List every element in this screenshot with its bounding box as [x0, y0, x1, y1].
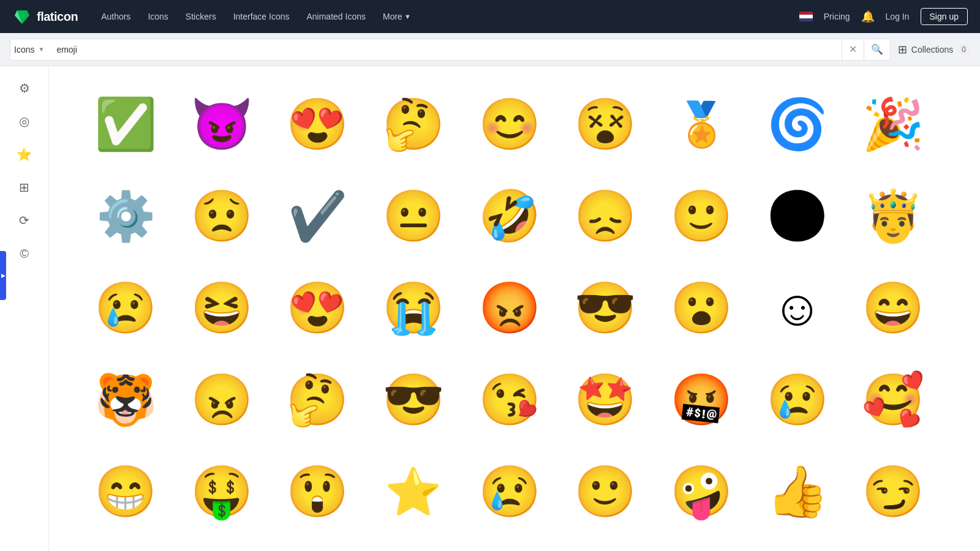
emoji-starstruck[interactable]: 🤩 [565, 360, 645, 440]
sidebar-collapse-tab[interactable]: ▶ [0, 251, 6, 300]
emoji-smile-simple-outline[interactable]: ☺️ [758, 268, 837, 348]
search-input[interactable] [56, 45, 835, 54]
collections-label: Collections [911, 45, 953, 54]
search-style-icon: ◎ [19, 114, 29, 129]
emoji-angry-face-red[interactable]: 😠 [182, 360, 262, 440]
emoji-sad-outline-2[interactable]: 😢 [470, 452, 549, 531]
collections-grid-icon: ⊞ [898, 43, 907, 56]
nav-right: Pricing 🔔 Log In Sign up [799, 8, 968, 25]
chevron-down-icon: ▼ [404, 13, 411, 20]
emoji-thinking-2[interactable]: 🤔 [277, 360, 357, 440]
search-submit-button[interactable]: 🔍 [864, 39, 891, 61]
refresh-icon: ⟳ [19, 213, 29, 228]
search-type-chevron-icon: ▼ [38, 46, 44, 53]
emoji-tiger[interactable]: 🐯 [86, 360, 165, 440]
chevron-right-icon: ▶ [0, 251, 6, 300]
emoji-king-fire[interactable]: 🤴 [853, 176, 933, 256]
emoji-cool-sunglasses[interactable]: 😎 [374, 360, 453, 440]
search-type-label: Icons [14, 45, 34, 54]
emoji-verified-teal[interactable]: ✔️ [277, 176, 357, 256]
emoji-hugging[interactable]: 🥰 [853, 360, 933, 440]
emoji-frown-outline[interactable]: 😞 [565, 176, 645, 256]
sidebar-item-license[interactable]: © [9, 238, 40, 269]
emoji-sad-yellow[interactable]: 😟 [182, 176, 262, 256]
sidebar-item-packs[interactable]: ⊞ [9, 171, 40, 203]
emoji-money-face[interactable]: 🤑 [182, 452, 262, 531]
emoji-heart-eyes-2[interactable]: 😍 [277, 268, 357, 348]
emoji-happy-grin[interactable]: 😁 [86, 452, 165, 531]
emoji-verified-blue[interactable]: ✅ [86, 84, 165, 164]
star-icon: ⭐ [17, 147, 32, 162]
emoji-happy-outline[interactable]: 😊 [470, 84, 549, 164]
grid-icon: ⊞ [19, 180, 29, 195]
emoji-laughing[interactable]: 😆 [182, 268, 262, 348]
icon-grid: ✅ 😈 😍 🤔 😊 😵 🏅 🌀 🎉 ⚙️ 😟 ✔️ 😐 🤣 😞 🙂 😀 🤴 😢 … [49, 66, 980, 550]
emoji-thumbs-up-blue[interactable]: 👍 [758, 452, 837, 531]
emoji-smirk-dark[interactable]: 😏 [853, 452, 933, 531]
search-bar: Icons ▼ ✕ 🔍 ⊞ Collections 0 [0, 33, 980, 66]
language-flag[interactable] [799, 12, 813, 21]
collections-count: 0 [957, 45, 970, 54]
sidebar-item-search[interactable]: ◎ [9, 105, 40, 137]
emoji-sad-outline[interactable]: 😢 [86, 268, 165, 348]
search-input-wrap [50, 39, 841, 61]
notifications-bell-icon[interactable]: 🔔 [861, 10, 875, 23]
search-icon: 🔍 [871, 43, 883, 55]
search-type-selector[interactable]: Icons ▼ [10, 39, 50, 61]
close-icon: ✕ [849, 43, 857, 55]
emoji-colorful-eyes[interactable]: 🌀 [758, 84, 837, 164]
emoji-devil-blue[interactable]: 😈 [182, 84, 262, 164]
emoji-grin-black[interactable]: 😀 [758, 176, 837, 256]
emoji-big-grin-yellow[interactable]: 😄 [853, 268, 933, 348]
emoji-zany[interactable]: 🤪 [662, 452, 741, 531]
search-clear-button[interactable]: ✕ [842, 39, 864, 61]
emoji-angry-red[interactable]: 😡 [470, 268, 549, 348]
logo[interactable]: flaticon [12, 7, 78, 26]
signup-button[interactable]: Sign up [921, 8, 968, 25]
nav-stickers[interactable]: Stickers [186, 12, 216, 21]
logo-icon [12, 7, 32, 26]
emoji-badge-outline[interactable]: 🏅 [662, 84, 741, 164]
emoji-simple-smile[interactable]: 🙂 [565, 452, 645, 531]
emoji-crazy-eyes[interactable]: 😵 [565, 84, 645, 164]
emoji-loudly-crying[interactable]: 😢 [758, 360, 837, 440]
emoji-surprised[interactable]: 😮 [662, 268, 741, 348]
nav-icons[interactable]: Icons [148, 12, 168, 21]
nav-authors[interactable]: Authors [101, 12, 130, 21]
sidebar-item-related[interactable]: ⟳ [9, 204, 40, 236]
emoji-sunglasses[interactable]: 😎 [565, 268, 645, 348]
pricing-link[interactable]: Pricing [824, 12, 850, 21]
emoji-exploding-head[interactable]: 🤬 [662, 360, 741, 440]
emoji-heart-eyes[interactable]: 😍 [277, 84, 357, 164]
copyright-icon: © [20, 247, 29, 261]
emoji-cry-sweat[interactable]: 😭 [374, 268, 453, 348]
sidebar-item-premium[interactable]: ⭐ [9, 138, 40, 170]
navbar: flaticon Authors Icons Stickers Interfac… [0, 0, 980, 33]
emoji-neutral[interactable]: 😐 [374, 176, 453, 256]
filter-icon: ⚙ [19, 81, 30, 96]
nav-more[interactable]: More ▼ [383, 12, 411, 21]
emoji-settings-blue[interactable]: ⚙️ [86, 176, 165, 256]
nav-more-label: More [383, 12, 402, 21]
sidebar: ⚙ ◎ ⭐ ⊞ ⟳ © [0, 66, 49, 550]
emoji-party[interactable]: 🎉 [853, 84, 933, 164]
emoji-thinking[interactable]: 🤔 [374, 84, 453, 164]
emoji-star-black[interactable]: ⭐ [374, 452, 453, 531]
emoji-smile-outline[interactable]: 🙂 [662, 176, 741, 256]
emoji-wink-kiss[interactable]: 😘 [470, 360, 549, 440]
login-button[interactable]: Log In [886, 12, 910, 21]
sidebar-item-filter[interactable]: ⚙ [9, 72, 40, 104]
emoji-shocked[interactable]: 😲 [277, 452, 357, 531]
collections-button[interactable]: ⊞ Collections 0 [898, 43, 970, 56]
logo-text: flaticon [37, 10, 78, 24]
emoji-rolling-laugh[interactable]: 🤣 [470, 176, 549, 256]
nav-interface-icons[interactable]: Interface Icons [233, 12, 290, 21]
nav-animated-icons[interactable]: Animated Icons [306, 12, 366, 21]
